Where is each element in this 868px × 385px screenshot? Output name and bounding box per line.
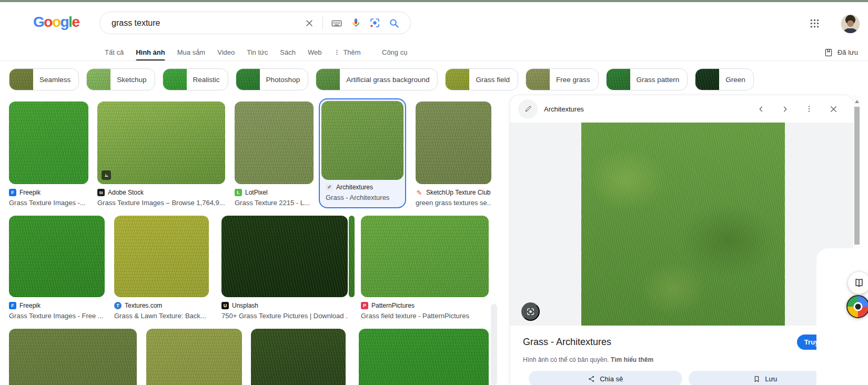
tab-images[interactable]: Hình ảnh <box>136 44 165 61</box>
result-image[interactable] <box>146 329 242 385</box>
result-title[interactable]: Grass Texture Images - Free ... <box>9 312 105 320</box>
result-tile-patternpictures[interactable]: PPatternPictures Grass field texture - P… <box>361 216 489 320</box>
chip-free-grass[interactable]: Free grass <box>526 68 599 90</box>
result-title[interactable]: green grass textures se... <box>416 199 491 207</box>
logo-letter: e <box>72 14 79 30</box>
page-scrollbar-thumb[interactable] <box>854 107 860 245</box>
result-tile-unsplash[interactable]: UUnsplash 750+ Grass Texture Pictures | … <box>221 216 348 320</box>
chip-label: Artificial grass background <box>340 76 437 84</box>
search-input[interactable] <box>112 18 304 28</box>
source-name: Architextures <box>336 184 373 191</box>
freepik-favicon: F <box>9 302 16 309</box>
result-tile-lotpixel[interactable]: LLotPixel Grass Texture 2215 - L... <box>235 102 314 207</box>
save-label: Lưu <box>765 375 777 383</box>
tab-shopping[interactable]: Mua sắm <box>177 44 205 61</box>
chip-realistic[interactable]: Realistic <box>163 68 228 90</box>
share-button[interactable]: Chia sẻ <box>529 371 682 385</box>
result-tile-textures-com[interactable]: TTextures.com Grass & Lawn Texture: Back… <box>114 216 209 320</box>
result-title[interactable]: Grass field texture - PatternPictures <box>361 312 489 320</box>
tab-label: Tin tức <box>247 48 268 56</box>
result-image <box>349 216 355 297</box>
more-options-icon[interactable] <box>805 105 813 113</box>
result-image[interactable] <box>361 216 489 297</box>
result-image[interactable] <box>9 329 137 385</box>
tab-books[interactable]: Sách <box>280 44 296 61</box>
keyboard-icon[interactable] <box>331 17 342 29</box>
result-source: FFreepik <box>9 302 105 309</box>
result-image[interactable] <box>251 329 346 385</box>
google-apps-icon[interactable] <box>809 18 820 29</box>
account-avatar[interactable] <box>841 15 860 33</box>
search-divider <box>322 17 323 29</box>
result-tile-row3-1[interactable] <box>9 329 137 385</box>
tab-videos[interactable]: Video <box>217 44 235 61</box>
scrollbar-up-arrow[interactable] <box>855 100 859 103</box>
previous-image-button[interactable] <box>756 105 765 114</box>
result-image[interactable] <box>221 216 348 297</box>
chip-grass-pattern[interactable]: Grass pattern <box>606 68 688 90</box>
result-title[interactable]: Grass & Lawn Texture: Back... <box>114 312 209 320</box>
chip-sketchup[interactable]: Sketchup <box>86 68 155 90</box>
result-source: TTextures.com <box>114 302 209 309</box>
panel-image-area <box>510 123 853 326</box>
result-image[interactable] <box>114 216 209 297</box>
learn-more-link[interactable]: Tìm hiểu thêm <box>611 356 653 363</box>
chip-photoshop[interactable]: Photoshop <box>236 68 309 90</box>
reading-list-button[interactable] <box>848 272 868 294</box>
result-tile-freepik-1[interactable]: FFreepik Grass Texture Images -... <box>9 102 88 207</box>
tab-label: Hình ảnh <box>136 48 165 56</box>
clear-search-icon[interactable] <box>304 18 315 28</box>
result-tile-sketchup-texture-club[interactable]: ✎SketchUp Texture Club green grass textu… <box>416 102 491 207</box>
tools-button[interactable]: Công cụ <box>382 44 407 61</box>
result-title[interactable]: Grass Texture Images -... <box>9 199 88 207</box>
result-tile-sliver[interactable] <box>349 216 355 297</box>
result-image[interactable] <box>416 102 491 184</box>
result-tile-row3-4[interactable] <box>359 329 489 385</box>
result-image[interactable] <box>359 329 489 385</box>
search-icon[interactable] <box>388 17 400 29</box>
result-tile-adobe-stock[interactable]: StAdobe Stock Grass Texture Images – Bro… <box>97 102 225 207</box>
tab-all[interactable]: Tất cả <box>105 44 124 61</box>
source-name: LotPixel <box>245 189 268 196</box>
tab-more[interactable]: Thêm <box>334 44 360 61</box>
chip-green[interactable]: Green <box>695 68 754 90</box>
tab-news[interactable]: Tin tức <box>247 44 268 61</box>
result-image-selected[interactable] <box>321 101 403 180</box>
result-title[interactable]: 750+ Grass Texture Pictures | Download .… <box>221 312 348 320</box>
result-tile-row3-2[interactable] <box>146 329 242 385</box>
preview-image[interactable] <box>581 123 785 326</box>
results-scrollbar-thumb[interactable] <box>491 304 497 385</box>
chip-label: Grass pattern <box>630 76 688 84</box>
result-image[interactable] <box>9 216 105 297</box>
result-image[interactable] <box>97 102 225 184</box>
chip-label: Free grass <box>550 76 598 84</box>
search-bar[interactable] <box>99 12 411 34</box>
tab-label: Thêm <box>343 48 360 56</box>
next-image-button[interactable] <box>781 105 790 114</box>
tab-web[interactable]: Web <box>308 44 322 61</box>
result-tile-freepik-2[interactable]: FFreepik Grass Texture Images - Free ... <box>9 216 105 320</box>
close-panel-icon[interactable] <box>829 104 839 114</box>
chip-seamless[interactable]: Seamless <box>9 68 79 90</box>
source-name: SketchUp Texture Club <box>426 189 491 196</box>
result-title[interactable]: Grass - Architextures <box>326 194 399 201</box>
chip-thumbnail <box>446 68 469 90</box>
extension-pinwheel-button[interactable] <box>846 295 868 318</box>
result-tile-architextures-selected[interactable]: ✐Architextures Grass - Architextures <box>319 98 406 208</box>
chip-artificial-grass-background[interactable]: Artificial grass background <box>316 68 438 90</box>
result-image[interactable] <box>9 102 88 184</box>
chip-grass-field[interactable]: Grass field <box>445 68 518 90</box>
search-inside-image-lens-button[interactable] <box>521 302 540 321</box>
saved-button[interactable]: Đã lưu <box>824 44 858 61</box>
result-image[interactable] <box>235 102 314 184</box>
result-title[interactable]: Grass Texture 2215 - L... <box>235 199 314 207</box>
logo-letter: o <box>44 14 52 30</box>
result-title[interactable]: Grass Texture Images – Browse 1,764,9... <box>97 199 225 207</box>
google-logo[interactable]: Google <box>33 14 79 31</box>
google-lens-icon[interactable] <box>369 17 380 28</box>
result-tile-row3-3[interactable] <box>251 329 346 385</box>
voice-search-icon[interactable] <box>350 17 361 28</box>
browser-edge-strip <box>0 0 868 2</box>
image-detail-panel: Architextures Grass - Architextures Truy… <box>510 95 853 385</box>
result-source: FFreepik <box>9 189 88 196</box>
